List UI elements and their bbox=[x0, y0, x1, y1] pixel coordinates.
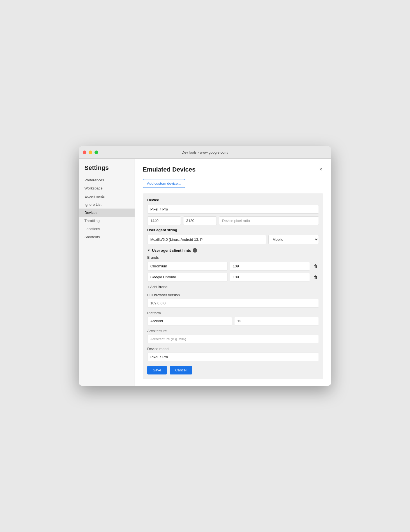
platform-label: Platform bbox=[147, 311, 319, 315]
window-title: DevTools - www.google.com/ bbox=[182, 150, 229, 154]
device-name-input[interactable] bbox=[147, 205, 319, 214]
close-settings-button[interactable]: × bbox=[318, 165, 323, 174]
brands-label: Brands bbox=[147, 255, 319, 260]
full-browser-version-group: Full browser version bbox=[147, 293, 319, 307]
user-agent-row: Mobile Desktop bbox=[147, 235, 319, 244]
content-area: Settings Preferences Workspace Experimen… bbox=[79, 159, 331, 386]
page-title: Emulated Devices bbox=[143, 166, 195, 173]
window-controls bbox=[83, 151, 98, 154]
platform-name-input[interactable] bbox=[147, 317, 232, 325]
delete-brand-button-0[interactable]: 🗑 bbox=[312, 263, 319, 270]
user-agent-type-select[interactable]: Mobile Desktop bbox=[268, 235, 319, 244]
sidebar-item-throttling[interactable]: Throttling bbox=[79, 217, 135, 225]
client-hints-label: User agent client hints bbox=[152, 248, 191, 253]
user-agent-input[interactable] bbox=[147, 235, 266, 244]
delete-brand-button-1[interactable]: 🗑 bbox=[312, 274, 319, 281]
sidebar-item-workspace[interactable]: Workspace bbox=[79, 184, 135, 192]
user-agent-section-title: User agent string bbox=[147, 228, 319, 232]
width-input[interactable] bbox=[147, 216, 181, 225]
client-hints-header: ▼ User agent client hints i bbox=[147, 248, 319, 253]
cancel-button[interactable]: Cancel bbox=[170, 366, 192, 374]
sidebar-item-experiments[interactable]: Experiments bbox=[79, 192, 135, 200]
dimensions-row bbox=[147, 216, 319, 225]
brand-name-input-0[interactable] bbox=[147, 262, 227, 270]
full-browser-version-label: Full browser version bbox=[147, 293, 319, 297]
device-model-label: Device model bbox=[147, 347, 319, 351]
main-content: Emulated Devices × Add custom device... … bbox=[135, 159, 331, 386]
platform-version-input[interactable] bbox=[234, 317, 319, 325]
device-form: Device User agent string Mobile Desktop bbox=[143, 193, 323, 379]
info-icon[interactable]: i bbox=[193, 248, 197, 253]
add-brand-button[interactable]: + Add Brand bbox=[147, 284, 167, 290]
sidebar-heading: Settings bbox=[79, 164, 135, 176]
sidebar-item-shortcuts[interactable]: Shortcuts bbox=[79, 233, 135, 241]
devtools-window: DevTools - www.google.com/ Settings Pref… bbox=[79, 146, 331, 386]
sidebar-item-locations[interactable]: Locations bbox=[79, 225, 135, 233]
add-custom-device-button[interactable]: Add custom device... bbox=[143, 179, 185, 188]
device-section-title: Device bbox=[147, 198, 319, 202]
collapse-arrow-icon[interactable]: ▼ bbox=[147, 249, 150, 252]
device-model-group: Device model bbox=[147, 347, 319, 361]
device-name-row bbox=[147, 205, 319, 214]
titlebar: DevTools - www.google.com/ bbox=[79, 146, 331, 159]
sidebar-item-preferences[interactable]: Preferences bbox=[79, 176, 135, 184]
architecture-label: Architecture bbox=[147, 329, 319, 333]
device-model-input[interactable] bbox=[147, 353, 319, 361]
platform-group: Platform bbox=[147, 311, 319, 325]
save-button[interactable]: Save bbox=[147, 366, 167, 374]
architecture-input[interactable] bbox=[147, 335, 319, 343]
action-row: Save Cancel bbox=[147, 366, 319, 374]
close-button[interactable] bbox=[83, 151, 86, 154]
pixel-ratio-input[interactable] bbox=[219, 216, 319, 225]
height-input[interactable] bbox=[183, 216, 217, 225]
brand-row-0: 🗑 bbox=[147, 262, 319, 270]
brand-version-input-1[interactable] bbox=[230, 273, 310, 281]
sidebar-item-devices[interactable]: Devices bbox=[79, 209, 135, 217]
minimize-button[interactable] bbox=[89, 151, 92, 154]
brand-row-1: 🗑 bbox=[147, 273, 319, 281]
platform-row bbox=[147, 317, 319, 325]
main-header: Emulated Devices × bbox=[143, 165, 323, 174]
brand-version-input-0[interactable] bbox=[230, 262, 310, 270]
brand-name-input-1[interactable] bbox=[147, 273, 227, 281]
sidebar: Settings Preferences Workspace Experimen… bbox=[79, 159, 135, 386]
sidebar-item-ignore-list[interactable]: Ignore List bbox=[79, 200, 135, 209]
maximize-button[interactable] bbox=[95, 151, 98, 154]
full-browser-version-input[interactable] bbox=[147, 299, 319, 307]
architecture-group: Architecture bbox=[147, 329, 319, 343]
